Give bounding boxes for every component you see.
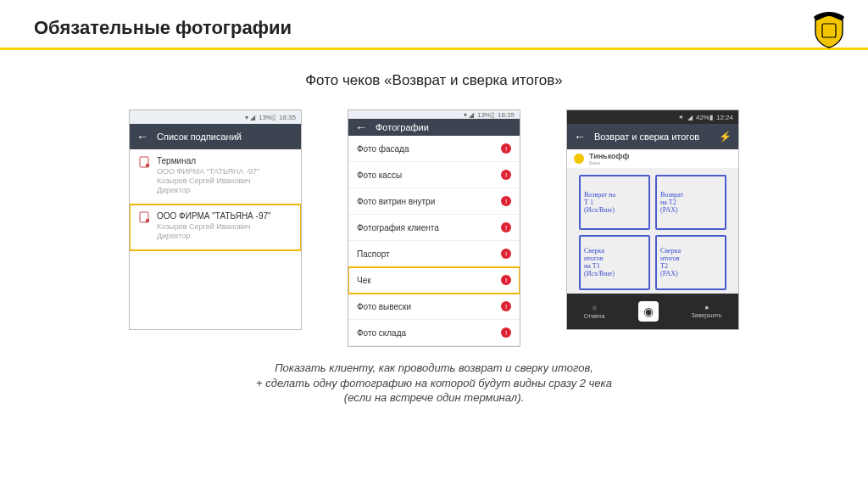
finish-button[interactable]: ■ Завершить bbox=[692, 305, 722, 318]
brand-name: Тинькофф bbox=[589, 152, 629, 160]
brand-sub: Банк bbox=[589, 160, 629, 165]
signature-item[interactable]: Терминал ООО ФИРМА "ТАТЬЯНА -97" Козырев… bbox=[130, 149, 301, 204]
signal-icon: ▾ ◢ bbox=[245, 114, 255, 121]
battery-indicator: 42%▮ bbox=[696, 114, 713, 121]
cancel-icon: ⦸ bbox=[593, 305, 596, 311]
clipboard-icon bbox=[138, 211, 150, 223]
brand-logo-icon bbox=[574, 154, 584, 164]
required-badge: ! bbox=[501, 143, 511, 154]
clipboard-icon bbox=[138, 156, 150, 168]
app-bar-title: Возврат и сверка итогов bbox=[594, 132, 699, 142]
back-icon[interactable]: ← bbox=[574, 131, 586, 143]
required-badge: ! bbox=[501, 196, 511, 206]
divider bbox=[0, 48, 868, 50]
signal-icon: ▾ ◢ bbox=[464, 111, 474, 119]
photo-list-item[interactable]: Паспорт! bbox=[348, 241, 520, 267]
clock: 18:35 bbox=[279, 114, 296, 121]
photo-list-item[interactable]: Чек! bbox=[348, 267, 520, 294]
signal-icon: ◢ bbox=[687, 114, 693, 121]
status-bar: ✶ ◢ 42%▮ 12:24 bbox=[567, 110, 738, 124]
required-badge: ! bbox=[501, 222, 511, 232]
back-icon[interactable]: ← bbox=[136, 131, 148, 143]
status-bar: ▾ ◢ 13%▯ 18:35 bbox=[348, 110, 520, 119]
brand-strip: Тинькофф Банк bbox=[567, 149, 738, 168]
shutter-button[interactable]: ◉ bbox=[638, 301, 659, 322]
photo-list-item[interactable]: Фото кассы! bbox=[348, 162, 520, 188]
wifi-icon: ✶ bbox=[678, 114, 684, 121]
back-icon[interactable]: ← bbox=[355, 121, 367, 133]
battery-indicator: 13%▯ bbox=[477, 111, 494, 119]
camera-controls: ⦸ Отмена ◉ ■ Завершить bbox=[567, 294, 738, 329]
required-badge: ! bbox=[501, 327, 511, 338]
stop-icon: ■ bbox=[704, 305, 708, 311]
receipt-note: Возврат наТ 1(Исх/Вше) bbox=[579, 175, 650, 230]
receipt-note: СверкаитоговТ2(PAX) bbox=[655, 235, 726, 290]
screenshot-camera: ✶ ◢ 42%▮ 12:24 ← Возврат и сверка итогов… bbox=[566, 109, 739, 330]
battery-indicator: 13%▯ bbox=[259, 114, 275, 121]
required-badge: ! bbox=[501, 275, 511, 285]
tinkoff-logo bbox=[810, 12, 848, 49]
app-bar: ← Список подписаний bbox=[130, 124, 301, 149]
cancel-button[interactable]: ⦸ Отмена bbox=[583, 305, 604, 319]
status-bar: ▾ ◢ 13%▯ 18:35 bbox=[130, 110, 301, 124]
required-badge: ! bbox=[501, 301, 511, 311]
required-badge: ! bbox=[501, 170, 511, 180]
screenshot-signatures: ▾ ◢ 13%▯ 18:35 ← Список подписаний Терми… bbox=[129, 109, 302, 330]
required-badge: ! bbox=[501, 249, 511, 259]
app-bar: ← Возврат и сверка итогов ⚡ bbox=[567, 124, 738, 149]
clock: 18:35 bbox=[498, 111, 515, 119]
photo-list-item[interactable]: Фото вывески! bbox=[348, 294, 520, 320]
footer-note: Показать клиенту, как проводить возврат … bbox=[34, 361, 834, 406]
screenshot-photos-list: ▾ ◢ 13%▯ 18:35 ← Фотографии Фото фасада!… bbox=[348, 109, 520, 347]
camera-icon: ◉ bbox=[643, 305, 654, 318]
receipt-note: Сверкаитоговна Т1(Исх/Вше) bbox=[579, 235, 650, 290]
svg-point-4 bbox=[146, 219, 149, 222]
photo-list-item[interactable]: Фото витрин внутри! bbox=[348, 188, 520, 215]
flash-icon[interactable]: ⚡ bbox=[719, 131, 732, 143]
receipt-note: Возвратна Т2(PAX) bbox=[655, 175, 726, 230]
app-bar-title: Список подписаний bbox=[157, 132, 242, 142]
photo-list-item[interactable]: Фотография клиента! bbox=[348, 215, 520, 241]
slide-subtitle: Фото чеков «Возврат и сверка итогов» bbox=[34, 72, 834, 89]
app-bar: ← Фотографии bbox=[348, 119, 520, 136]
slide-title: Обязательные фотографии bbox=[34, 17, 834, 39]
app-bar-title: Фотографии bbox=[376, 122, 429, 132]
svg-point-2 bbox=[146, 164, 149, 167]
clock: 12:24 bbox=[716, 114, 733, 121]
photo-list-item[interactable]: Фото склада! bbox=[348, 320, 520, 346]
photo-list-item[interactable]: Фото фасада! bbox=[348, 136, 520, 162]
signature-item[interactable]: ООО ФИРМА "ТАТЬЯНА -97" Козырев Сергей И… bbox=[130, 204, 301, 250]
